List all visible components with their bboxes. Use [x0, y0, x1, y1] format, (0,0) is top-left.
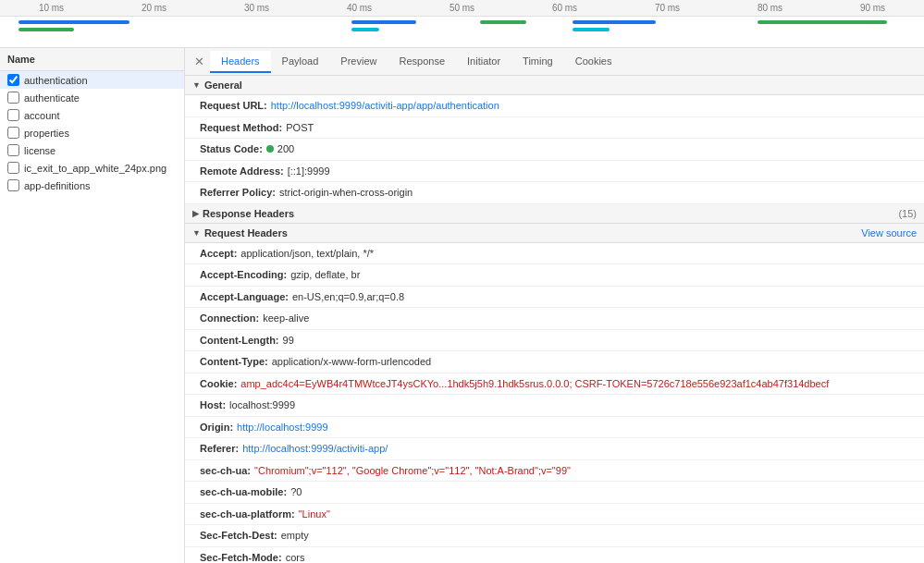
- prop-value-host: localhost:9999: [229, 398, 295, 413]
- prop-row-request-method: Request Method: POST: [185, 117, 924, 140]
- prop-row-accept-encoding: Accept-Encoding: gzip, deflate, br: [185, 264, 924, 287]
- prop-name-connection: Connection:: [200, 311, 259, 326]
- prop-value-request-method: POST: [286, 120, 314, 136]
- prop-name-referrer-policy: Referrer Policy:: [200, 185, 276, 201]
- sidebar-label-properties: properties: [24, 128, 69, 139]
- prop-name-accept-language: Accept-Language:: [200, 289, 289, 305]
- response-triangle-icon: ▶: [192, 209, 199, 218]
- prop-row-referrer-policy: Referrer Policy: strict-origin-when-cros…: [185, 182, 924, 204]
- request-headers-rows: Accept: application/json, text/plain, */…: [185, 243, 924, 563]
- prop-row-connection: Connection: keep-alive: [185, 308, 924, 330]
- sidebar-checkbox-app-definitions[interactable]: [7, 179, 19, 191]
- prop-name-host: Host:: [200, 398, 226, 413]
- prop-row-content-type: Content-Type: application/x-www-form-url…: [185, 351, 924, 373]
- tab-payload[interactable]: Payload: [271, 51, 330, 73]
- sidebar-label-license: license: [24, 145, 55, 156]
- prop-row-sec-fetch-dest: Sec-Fetch-Dest: empty: [185, 525, 924, 547]
- prop-row-status-code: Status Code: 200: [185, 139, 924, 161]
- prop-name-request-url: Request URL:: [200, 98, 267, 114]
- prop-value-accept: application/json, text/plain, */*: [240, 246, 374, 262]
- sidebar-checkbox-authentication[interactable]: [7, 74, 19, 86]
- general-section-header[interactable]: ▼ General: [185, 76, 924, 95]
- prop-row-request-url: Request URL: http://localhost:9999/activ…: [185, 95, 924, 117]
- tl-label-5: 60 ms: [513, 0, 616, 16]
- sidebar-checkbox-license[interactable]: [7, 144, 19, 156]
- prop-row-remote-address: Remote Address: [::1]:9999: [185, 161, 924, 183]
- prop-value-accept-language: en-US,en;q=0.9,ar;q=0.8: [292, 289, 404, 305]
- prop-name-origin: Origin:: [200, 420, 233, 435]
- prop-row-cookie: Cookie: amp_adc4c4=EyWB4r4TMWtceJT4ysCKY…: [185, 373, 924, 396]
- prop-value-referer[interactable]: http://localhost:9999/activiti-app/: [242, 441, 388, 457]
- sidebar-label-ic-exit: ic_exit_to_app_white_24px.png: [24, 163, 166, 174]
- request-headers-title: Request Headers: [204, 227, 288, 239]
- timeline-tracks: [0, 17, 924, 48]
- request-headers-section-header[interactable]: ▼ Request Headers View source: [185, 224, 924, 243]
- sidebar-checkbox-properties[interactable]: [7, 127, 19, 139]
- prop-row-accept: Accept: application/json, text/plain, */…: [185, 243, 924, 265]
- prop-row-sec-ch-ua-platform: sec-ch-ua-platform: "Linux": [185, 504, 924, 526]
- sidebar-checkbox-authenticate[interactable]: [7, 92, 19, 104]
- prop-value-origin[interactable]: http://localhost:9999: [237, 420, 327, 435]
- response-headers-section-header[interactable]: ▶ Response Headers (15): [185, 204, 924, 224]
- content-area: ▼ General Request URL: http://localhost:…: [185, 76, 924, 563]
- tl-label-3: 40 ms: [308, 0, 411, 16]
- sidebar-checkbox-ic-exit[interactable]: [7, 162, 19, 174]
- tab-response[interactable]: Response: [388, 51, 456, 73]
- timeline-area: 10 ms 20 ms 30 ms 40 ms 50 ms 60 ms 70 m…: [0, 0, 924, 48]
- prop-name-sec-ch-ua: sec-ch-ua:: [200, 463, 251, 479]
- sidebar-item-properties[interactable]: properties: [0, 124, 184, 141]
- prop-name-accept: Accept:: [200, 246, 237, 262]
- tl-bar-2: [18, 28, 74, 31]
- tl-label-8: 90 ms: [821, 0, 924, 16]
- view-source-link[interactable]: View source: [861, 227, 917, 239]
- sidebar-label-authenticate: authenticate: [24, 92, 80, 104]
- prop-name-referer: Referer:: [200, 441, 239, 457]
- left-panel-header: Name: [0, 48, 184, 71]
- tl-bar-6: [573, 20, 656, 24]
- prop-row-referer: Referer: http://localhost:9999/activiti-…: [185, 438, 924, 460]
- sidebar-item-ic-exit[interactable]: ic_exit_to_app_white_24px.png: [0, 159, 184, 177]
- response-headers-title: Response Headers: [203, 208, 294, 219]
- main-container: Name authentication authenticate account…: [0, 48, 924, 563]
- sidebar-checkbox-account[interactable]: [7, 109, 19, 121]
- tab-close-button[interactable]: ✕: [189, 49, 210, 75]
- tl-bar-4: [351, 28, 379, 31]
- prop-row-sec-ch-ua-mobile: sec-ch-ua-mobile: ?0: [185, 482, 924, 504]
- prop-name-cookie: Cookie:: [200, 376, 237, 392]
- sidebar-label-authentication: authentication: [24, 75, 88, 86]
- sidebar-item-account[interactable]: account: [0, 106, 184, 124]
- tl-bar-8: [758, 20, 887, 24]
- sidebar-item-authenticate[interactable]: authenticate: [0, 89, 184, 106]
- sidebar-item-license[interactable]: license: [0, 141, 184, 159]
- tab-preview[interactable]: Preview: [329, 51, 388, 73]
- tl-label-0: 10 ms: [0, 0, 103, 16]
- request-triangle-icon: ▼: [192, 228, 201, 238]
- prop-value-request-url[interactable]: http://localhost:9999/activiti-app/app/a…: [271, 98, 499, 114]
- tl-label-1: 20 ms: [103, 0, 205, 16]
- tab-timing[interactable]: Timing: [511, 51, 564, 73]
- sidebar-item-authentication[interactable]: authentication: [0, 71, 184, 89]
- tl-bar-5: [480, 20, 526, 24]
- prop-value-sec-fetch-mode: cors: [286, 550, 305, 563]
- prop-value-content-length: 99: [283, 333, 294, 349]
- prop-value-sec-fetch-dest: empty: [281, 528, 309, 544]
- tab-headers[interactable]: Headers: [210, 51, 271, 73]
- response-headers-count: (15): [898, 208, 917, 219]
- tl-label-4: 50 ms: [411, 0, 513, 16]
- prop-row-host: Host: localhost:9999: [185, 395, 924, 417]
- right-panel: ✕ Headers Payload Preview Response Initi…: [185, 48, 924, 563]
- prop-name-status-code: Status Code:: [200, 141, 263, 157]
- general-rows: Request URL: http://localhost:9999/activ…: [185, 95, 924, 204]
- prop-value-status-code: 200: [266, 141, 294, 157]
- sidebar-item-app-definitions[interactable]: app-definitions: [0, 177, 184, 194]
- tab-initiator[interactable]: Initiator: [456, 51, 511, 73]
- tab-cookies[interactable]: Cookies: [564, 51, 623, 73]
- prop-row-origin: Origin: http://localhost:9999: [185, 417, 924, 439]
- prop-name-content-type: Content-Type:: [200, 354, 268, 370]
- status-code-text: 200: [277, 141, 294, 157]
- prop-name-sec-ch-ua-platform: sec-ch-ua-platform:: [200, 507, 295, 522]
- tl-bar-1: [18, 20, 129, 24]
- prop-name-request-method: Request Method:: [200, 120, 282, 136]
- general-triangle-icon: ▼: [192, 80, 201, 90]
- prop-name-sec-fetch-dest: Sec-Fetch-Dest:: [200, 528, 277, 544]
